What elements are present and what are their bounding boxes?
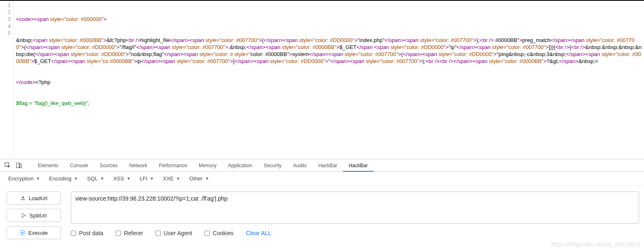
- hackbar-actions: LoadUrl SplitUrl Execute: [7, 192, 61, 250]
- line-no: 2: [0, 9, 13, 16]
- device-toolbar-icon[interactable]: [13, 161, 25, 171]
- menu-encoding[interactable]: Encoding▼: [49, 175, 78, 182]
- chevron-down-icon: ▼: [100, 176, 104, 181]
- opt-cookies[interactable]: Cookies: [205, 230, 234, 236]
- opt-post data[interactable]: Post data: [71, 230, 103, 236]
- svg-point-3: [21, 213, 23, 215]
- t: >: [103, 16, 107, 22]
- view-source-pane: 1 2 3 4 5 <code><span style="color: #000…: [0, 0, 644, 159]
- tab-sources[interactable]: Sources: [94, 159, 123, 172]
- chevron-down-icon: ▼: [74, 176, 78, 181]
- code-line: </code><?php: [16, 79, 642, 86]
- t: <code><span: [16, 16, 50, 22]
- svg-point-4: [21, 216, 23, 218]
- menu-xss[interactable]: XSS▼: [113, 175, 130, 182]
- checkbox[interactable]: [205, 231, 210, 236]
- devtools-tabstrip: ElementsConsoleSourcesNetworkPerformance…: [0, 159, 644, 172]
- tab-hackbar[interactable]: HackBar: [343, 159, 374, 172]
- url-input[interactable]: [71, 192, 639, 224]
- checkbox[interactable]: [156, 231, 161, 236]
- tab-network[interactable]: Network: [123, 159, 153, 172]
- code-line: &nbsp;<span style="color: #0000BB">&lt;?…: [16, 37, 642, 65]
- t: $flag = "flag{I_like_qwb_web}";: [16, 100, 89, 106]
- hackbar-toolbar: Encryption▼Encoding▼SQL▼XSS▼LFI▼XXE▼Othe…: [0, 172, 644, 186]
- source-code[interactable]: <code><span style="color: #000000"> &nbs…: [14, 1, 644, 159]
- tab-hackbar[interactable]: HackBar: [313, 159, 343, 172]
- chevron-down-icon: ▼: [126, 176, 130, 181]
- hackbar-body: LoadUrl SplitUrl Execute Post dataRefere…: [0, 186, 644, 250]
- download-icon: [20, 195, 26, 201]
- tab-audits[interactable]: Audits: [287, 159, 312, 172]
- code-line: $flag = "flag{I_like_qwb_web}";: [16, 100, 642, 107]
- chevron-down-icon: ▼: [150, 176, 154, 181]
- loadurl-button[interactable]: LoadUrl: [7, 192, 61, 205]
- execute-button[interactable]: Execute: [7, 226, 61, 239]
- chevron-down-icon: ▼: [176, 176, 180, 181]
- clear-all-link[interactable]: Clear ALL: [246, 230, 271, 236]
- inspect-icon[interactable]: [2, 161, 13, 171]
- hackbar-options: Post dataRefererUser AgentCookiesClear A…: [71, 230, 639, 236]
- spliturl-button[interactable]: SplitUrl: [7, 209, 61, 222]
- watermark: https://blog.csdn.net/qq_36618918: [551, 241, 640, 248]
- play-icon: [20, 230, 26, 236]
- checkbox[interactable]: [116, 231, 121, 236]
- line-gutter: 1 2 3 4 5: [0, 1, 14, 159]
- devtools: ElementsConsoleSourcesNetworkPerformance…: [0, 159, 644, 250]
- chevron-down-icon: ▼: [36, 176, 40, 181]
- chevron-down-icon: ▼: [205, 176, 209, 181]
- opt-referer[interactable]: Referer: [116, 230, 143, 236]
- svg-rect-2: [19, 164, 21, 168]
- tab-security[interactable]: Security: [258, 159, 287, 172]
- line-no: 5: [0, 30, 13, 37]
- label: LoadUrl: [29, 195, 48, 201]
- tab-performance[interactable]: Performance: [153, 159, 193, 172]
- label: Execute: [28, 230, 48, 236]
- line-no: 3: [0, 16, 13, 23]
- line-no: 4: [0, 23, 13, 30]
- label: SplitUrl: [30, 213, 47, 219]
- menu-xxe[interactable]: XXE▼: [163, 175, 180, 182]
- menu-other[interactable]: Other▼: [189, 175, 209, 182]
- tab-container: ElementsConsoleSourcesNetworkPerformance…: [32, 159, 374, 172]
- line-no: 1: [0, 2, 13, 9]
- tab-application[interactable]: Application: [222, 159, 258, 172]
- tab-memory[interactable]: Memory: [193, 159, 222, 172]
- tab-console[interactable]: Console: [64, 159, 94, 172]
- menu-sql[interactable]: SQL▼: [87, 175, 104, 182]
- scissors-icon: [21, 213, 27, 218]
- t: style="color: #000000": [50, 16, 104, 22]
- opt-user agent[interactable]: User Agent: [156, 230, 192, 236]
- menu-lfi[interactable]: LFI▼: [139, 175, 154, 182]
- menu-encryption[interactable]: Encryption▼: [8, 175, 40, 182]
- checkbox[interactable]: [71, 231, 76, 236]
- code-line: <code><span style="color: #000000">: [16, 16, 642, 23]
- tab-elements[interactable]: Elements: [32, 159, 64, 172]
